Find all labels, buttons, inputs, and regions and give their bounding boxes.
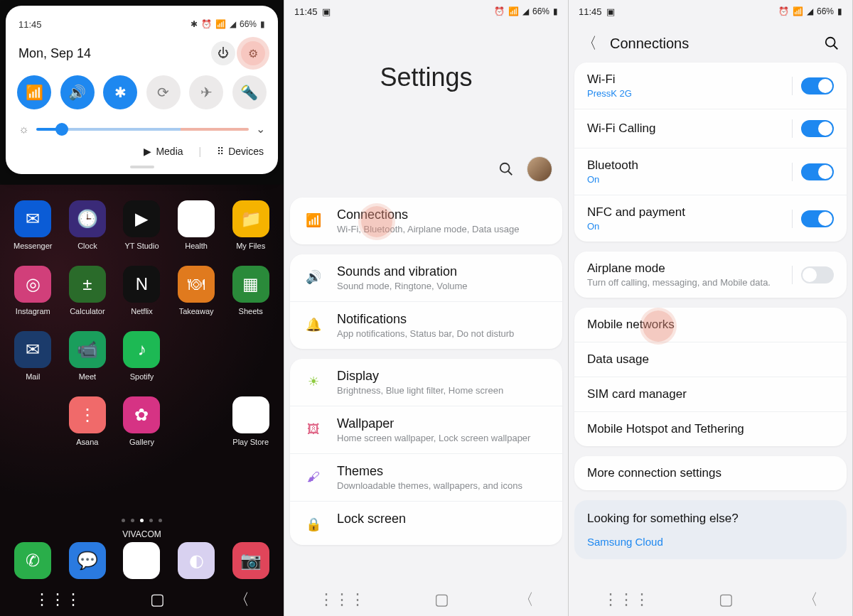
app-label: Gallery (129, 438, 154, 446)
settings-row-wallpaper[interactable]: 🖼WallpaperHome screen wallpaper, Lock sc… (290, 406, 562, 454)
app-clock[interactable]: 🕒Clock (60, 200, 115, 250)
row-title: NFC and payment (587, 205, 792, 220)
row-title: Display (337, 369, 549, 384)
conn-row-airplane-mode[interactable]: Airplane modeTurn off calling, messaging… (574, 252, 847, 298)
recents-button[interactable]: ⋮⋮⋮ (603, 590, 650, 609)
footer-link-samsung-cloud[interactable]: Samsung Cloud (587, 536, 834, 548)
app-sheets[interactable]: ▦Sheets (223, 266, 278, 315)
svg-point-2 (826, 38, 835, 47)
conn-row-sim-card-manager[interactable]: SIM card manager (574, 377, 847, 412)
carrier-label: VIVACOM (0, 529, 284, 539)
toggle-wi-fi[interactable] (801, 77, 834, 94)
devices-button[interactable]: ⠿Devices (217, 146, 264, 157)
brightness-thumb[interactable] (55, 123, 68, 136)
toggle-sound[interactable]: 🔊 (60, 75, 95, 109)
signal-icon: ◢ (522, 6, 529, 16)
settings-button[interactable]: ⚙ (241, 41, 265, 65)
conn-row-wi-fi[interactable]: Wi-FiPressK 2G (574, 63, 847, 109)
app-gallery[interactable]: ✿Gallery (114, 396, 169, 446)
rotation-icon: ⟳ (157, 84, 169, 101)
wifi-icon: 📶 (26, 84, 43, 101)
dock-chrome[interactable]: ◉ (114, 542, 169, 579)
screenshot-icon: ▣ (606, 6, 615, 17)
recents-button[interactable]: ⋮⋮⋮ (34, 590, 81, 609)
home-button[interactable]: ▢ (719, 590, 734, 609)
app-play-store[interactable]: ▶Play Store (223, 396, 278, 446)
conn-row-bluetooth[interactable]: BluetoothOn (574, 148, 847, 195)
app-icon: 📁 (232, 200, 269, 237)
row-title: Mobile Hotspot and Tethering (587, 422, 834, 436)
bell-icon: 🔔 (303, 314, 324, 335)
conn-row-data-usage[interactable]: Data usage (574, 342, 847, 377)
footer-label: Looking for something else? (587, 512, 834, 526)
conn-row-wi-fi-calling[interactable]: Wi-Fi Calling (574, 109, 847, 148)
toggle-wi-fi-calling[interactable] (801, 120, 834, 137)
app-messenger[interactable]: ✉Messenger (6, 200, 60, 250)
row-subtitle: Home screen wallpaper, Lock screen wallp… (337, 433, 549, 443)
conn-row-more-connection-settings[interactable]: More connection settings (574, 456, 847, 490)
settings-row-notifications[interactable]: 🔔NotificationsApp notifications, Status … (290, 302, 562, 349)
app-asana[interactable]: ⋮Asana (60, 396, 115, 446)
search-icon[interactable] (498, 161, 514, 177)
row-title: Mobile networks (587, 318, 834, 332)
settings-row-lock-screen[interactable]: 🔒Lock screen (290, 502, 562, 545)
back-button[interactable]: 〈 (803, 589, 818, 610)
app-icon: N (123, 266, 160, 303)
app-label: YT Studio (124, 242, 159, 250)
screenshot-icon: ▣ (322, 6, 331, 17)
app-takeaway[interactable]: 🍽Takeaway (169, 266, 224, 315)
app-my-files[interactable]: 📁My Files (223, 200, 278, 250)
camera-icon: 📷 (232, 542, 269, 579)
toggle-bluetooth[interactable]: ✱ (103, 75, 137, 109)
screen-settings: 11:45▣ ⏰ 📶 ◢ 66% ▮ Settings 📶Connections… (284, 0, 569, 616)
app-icon: 🍽 (178, 266, 215, 303)
chevron-down-icon[interactable]: ⌄ (256, 122, 265, 136)
panel-date[interactable]: Mon, Sep 14 (18, 46, 91, 61)
notification-panel: 11:45 ✱ ⏰ 📶 ◢ 66% ▮ Mon, Sep 14 ⏻ ⚙ 📶🔊✱⟳… (6, 6, 278, 174)
toggle-airplane-mode[interactable] (801, 266, 834, 283)
toggle-nfc-and-payment[interactable] (801, 210, 834, 227)
conn-row-nfc-and-payment[interactable]: NFC and paymentOn (574, 195, 847, 242)
account-avatar[interactable] (527, 156, 552, 182)
back-icon[interactable]: 〈 (581, 33, 597, 54)
svg-line-3 (834, 45, 838, 50)
settings-row-themes[interactable]: 🖌ThemesDownloadable themes, wallpapers, … (290, 454, 562, 502)
app-icon: ♪ (123, 331, 160, 368)
dock-internet[interactable]: ◐ (169, 542, 224, 579)
conn-row-mobile-networks[interactable]: Mobile networks (574, 308, 847, 342)
brightness-slider[interactable] (36, 128, 249, 131)
toggle-wifi[interactable]: 📶 (17, 75, 51, 109)
app-spotify[interactable]: ♪Spotify (114, 331, 169, 381)
home-button[interactable]: ▢ (434, 590, 449, 609)
drag-handle[interactable] (130, 166, 154, 168)
dock-phone[interactable]: ✆ (6, 542, 60, 579)
back-button[interactable]: 〈 (518, 589, 534, 610)
media-button[interactable]: ▶Media (144, 146, 183, 157)
toggle-flashlight[interactable]: 🔦 (232, 75, 267, 109)
app-calculator[interactable]: ±Calculator (60, 266, 115, 315)
toggle-airplane[interactable]: ✈ (189, 75, 223, 109)
search-icon[interactable] (824, 36, 839, 51)
toggle-rotation[interactable]: ⟳ (146, 75, 181, 109)
app-health[interactable]: ❤Health (169, 200, 224, 250)
app-instagram[interactable]: ◎Instagram (6, 266, 60, 315)
back-button[interactable]: 〈 (234, 589, 250, 610)
signal-icon: ◢ (807, 6, 813, 16)
sound-icon: 🔊 (68, 84, 86, 101)
recents-button[interactable]: ⋮⋮⋮ (318, 590, 365, 609)
app-icon: ⋮ (69, 396, 106, 433)
app-netflix[interactable]: NNetflix (114, 266, 169, 315)
app-yt-studio[interactable]: ▶YT Studio (114, 200, 169, 250)
toggle-bluetooth[interactable] (801, 163, 834, 180)
settings-row-connections[interactable]: 📶ConnectionsWi-Fi, Bluetooth, Airplane m… (290, 198, 562, 244)
settings-row-display[interactable]: ☀DisplayBrightness, Blue light filter, H… (290, 359, 562, 406)
conn-row-mobile-hotspot-and-tethering[interactable]: Mobile Hotspot and Tethering (574, 412, 847, 446)
settings-row-sounds-and-vibration[interactable]: 🔊Sounds and vibrationSound mode, Rington… (290, 254, 562, 302)
tap-highlight (361, 206, 392, 237)
dock-messages[interactable]: 💬 (60, 542, 115, 579)
dock-camera[interactable]: 📷 (223, 542, 278, 579)
home-button[interactable]: ▢ (150, 590, 165, 609)
app-mail[interactable]: ✉Mail (6, 331, 60, 381)
app-meet[interactable]: 📹Meet (60, 331, 115, 381)
power-button[interactable]: ⏻ (211, 41, 235, 65)
